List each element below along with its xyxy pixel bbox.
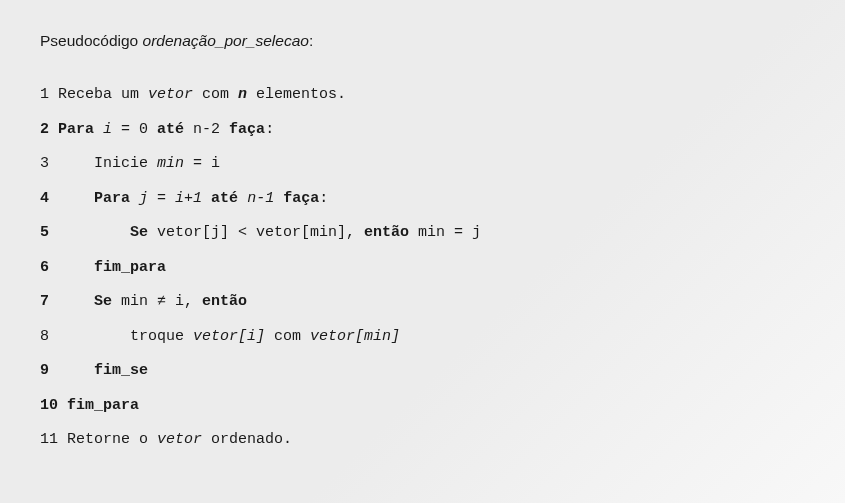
code-line: 10 fim_para	[40, 389, 805, 424]
code-segment: faça	[283, 190, 319, 207]
code-segment: faça	[229, 121, 265, 138]
code-segment: :	[265, 121, 274, 138]
code-line: 3 Inicie min = i	[40, 147, 805, 182]
code-line: 4 Para j = i+1 até n-1 faça:	[40, 182, 805, 217]
code-segment: vetor[min]	[310, 328, 400, 345]
title-label: Pseudocódigo	[40, 32, 143, 49]
code-segment: Se	[49, 293, 112, 310]
code-segment: i	[103, 121, 112, 138]
code-segment: ordenado.	[202, 431, 292, 448]
code-segment: então	[364, 224, 409, 241]
line-number: 8	[40, 320, 49, 355]
code-segment: Para	[49, 190, 130, 207]
code-segment	[238, 190, 247, 207]
code-segment: Inicie	[49, 155, 157, 172]
code-line: 6 fim_para	[40, 251, 805, 286]
code-segment: =	[148, 190, 175, 207]
code-segment: Se	[49, 224, 148, 241]
code-segment: Retorne o	[58, 431, 157, 448]
code-line: 2 Para i = 0 até n-2 faça:	[40, 113, 805, 148]
code-line: 1 Receba um vetor com n elementos.	[40, 78, 805, 113]
code-segment: fim_para	[58, 397, 139, 414]
code-line: 5 Se vetor[j] < vetor[min], então min = …	[40, 216, 805, 251]
code-segment: fim_se	[49, 362, 148, 379]
pseudocode-title: Pseudocódigo ordenação_por_selecao:	[40, 32, 805, 50]
line-number: 6	[40, 251, 49, 286]
code-segment: min = j	[409, 224, 481, 241]
line-number: 1	[40, 78, 49, 113]
code-segment: com	[193, 86, 238, 103]
line-number: 10	[40, 389, 58, 424]
line-number: 11	[40, 423, 58, 458]
code-segment: Para	[49, 121, 94, 138]
code-segment: n-1	[247, 190, 274, 207]
code-segment: fim_para	[49, 259, 166, 276]
line-number: 2	[40, 113, 49, 148]
line-number: 3	[40, 147, 49, 182]
code-line: 7 Se min ≠ i, então	[40, 285, 805, 320]
code-line: 8 troque vetor[i] com vetor[min]	[40, 320, 805, 355]
code-segment: = 0	[112, 121, 157, 138]
code-line: 11 Retorne o vetor ordenado.	[40, 423, 805, 458]
code-segment: troque	[49, 328, 193, 345]
code-segment: com	[265, 328, 310, 345]
code-segment: elementos.	[247, 86, 346, 103]
code-segment: vetor[i]	[193, 328, 265, 345]
line-number: 5	[40, 216, 49, 251]
title-colon: :	[309, 32, 313, 49]
code-segment	[94, 121, 103, 138]
code-segment: min ≠ i,	[112, 293, 202, 310]
code-segment: = i	[184, 155, 220, 172]
code-segment	[130, 190, 139, 207]
code-segment: n-2	[184, 121, 229, 138]
code-segment: vetor	[157, 431, 202, 448]
code-segment: até	[157, 121, 184, 138]
code-segment: vetor	[148, 86, 193, 103]
code-segment	[202, 190, 211, 207]
line-number: 9	[40, 354, 49, 389]
code-segment: :	[319, 190, 328, 207]
code-segment: vetor[j] < vetor[min],	[148, 224, 364, 241]
title-name: ordenação_por_selecao	[143, 32, 309, 49]
code-segment: j	[139, 190, 148, 207]
code-segment: n	[238, 86, 247, 103]
code-segment: i+1	[175, 190, 202, 207]
line-number: 4	[40, 182, 49, 217]
line-number: 7	[40, 285, 49, 320]
code-line: 9 fim_se	[40, 354, 805, 389]
code-segment: até	[211, 190, 238, 207]
code-segment	[274, 190, 283, 207]
code-segment: então	[202, 293, 247, 310]
code-segment: Receba um	[49, 86, 148, 103]
pseudocode-block: 1 Receba um vetor com n elementos.2 Para…	[40, 78, 805, 458]
code-segment: min	[157, 155, 184, 172]
